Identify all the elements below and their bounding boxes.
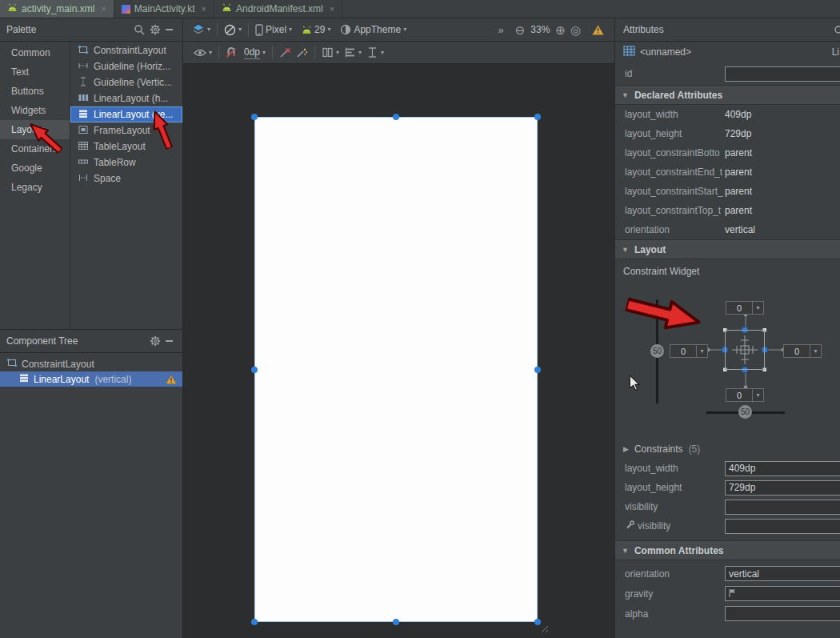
palette-item-space[interactable]: Space: [70, 171, 182, 187]
api-version-selector[interactable]: 29 ▾: [299, 22, 333, 37]
attr-row[interactable]: layout_constraintStart_parent: [615, 182, 840, 201]
attr-row[interactable]: layout_constraintBottoparent: [615, 143, 840, 163]
attr-row[interactable]: layout_constraintTop_tparent: [615, 201, 840, 220]
selection-handle-bottom-left[interactable]: [251, 619, 258, 625]
attr-row[interactable]: layout_height729dp: [615, 124, 840, 143]
gear-icon[interactable]: [147, 22, 163, 37]
palette-category-buttons[interactable]: Buttons: [0, 82, 70, 101]
editor-tab-bar: activity_main.xml × MainActivity.kt × An…: [0, 0, 840, 18]
tab-close-icon[interactable]: ×: [202, 5, 206, 14]
design-surface[interactable]: [183, 64, 614, 638]
selection-handle-bottom-right[interactable]: [534, 619, 541, 625]
palette-item-linearlayout-vertical[interactable]: LinearLayout (ve...: [70, 106, 182, 122]
margin-right-combo[interactable]: 0 ▾: [783, 344, 822, 358]
palette-item-tablerow[interactable]: TableRow: [70, 154, 182, 171]
tab-close-icon[interactable]: ×: [101, 5, 106, 14]
palette-category-common[interactable]: Common: [0, 43, 70, 62]
design-surface-mode-button[interactable]: ▾: [190, 22, 213, 37]
palette-item-tablelayout[interactable]: TableLayout: [70, 138, 182, 154]
palette-item-guideline-vertical[interactable]: Guideline (Vertic...: [70, 74, 182, 90]
vertical-bias-value[interactable]: 50: [650, 344, 664, 358]
selection-handle-bottom-center[interactable]: [393, 619, 399, 625]
attr-row: layout_height: [615, 478, 840, 497]
palette-category-widgets[interactable]: Widgets: [0, 101, 70, 120]
guidelines-button[interactable]: ▾: [364, 45, 386, 60]
minimize-icon[interactable]: [163, 24, 176, 35]
constraint-widget-box[interactable]: [725, 330, 765, 370]
section-declared-attributes[interactable]: ▼ Declared Attributes: [615, 85, 840, 105]
visibility-input[interactable]: [725, 500, 840, 515]
view-options-button[interactable]: ▾: [191, 47, 214, 58]
align-button[interactable]: ▾: [342, 45, 364, 60]
selection-handle-top-center[interactable]: [393, 114, 399, 120]
zoom-out-button[interactable]: ⊖: [513, 24, 528, 36]
section-layout[interactable]: ▼ Layout: [615, 239, 840, 259]
theme-selector[interactable]: AppTheme ▾: [338, 22, 409, 37]
attr-row: orientation: [615, 564, 840, 584]
palette-item-linearlayout-horizontal[interactable]: LinearLayout (h...: [70, 90, 182, 106]
zoom-level[interactable]: 33%: [530, 24, 550, 35]
section-constraints[interactable]: ▶ Constraints (5): [615, 439, 840, 459]
palette-categories: Common Text Buttons Widgets Layouts Cont…: [0, 42, 70, 329]
palette-category-google[interactable]: Google: [0, 158, 70, 178]
warnings-errors-button[interactable]: [590, 23, 606, 37]
tab-androidmanifest-xml[interactable]: AndroidManifest.xml ×: [214, 0, 342, 18]
left-panel: Palette Common Text Buttons Widgets Layo…: [0, 18, 183, 638]
palette-category-legacy[interactable]: Legacy: [0, 178, 70, 197]
selection-handle-top-right[interactable]: [534, 114, 541, 120]
chevron-down-icon: ▾: [358, 50, 362, 56]
search-icon[interactable]: [131, 22, 147, 37]
tab-close-icon[interactable]: ×: [330, 5, 334, 14]
search-icon[interactable]: [834, 25, 840, 38]
warning-icon[interactable]: [166, 375, 177, 384]
attr-row[interactable]: layout_width409dp: [615, 105, 840, 124]
gear-icon[interactable]: [147, 334, 163, 348]
tab-activity-main-xml[interactable]: activity_main.xml ×: [0, 0, 114, 18]
alpha-input[interactable]: [725, 606, 840, 621]
selection-handle-top-left[interactable]: [251, 114, 258, 120]
horizontal-bias-value[interactable]: 50: [738, 405, 752, 419]
margin-top-combo[interactable]: 0 ▾: [726, 301, 764, 315]
all-attributes-table-icon: [623, 46, 635, 58]
device-selector[interactable]: Pixel ▾: [253, 22, 294, 38]
default-margin-button[interactable]: 0dp ▾: [242, 45, 268, 61]
palette-category-text[interactable]: Text: [0, 62, 70, 82]
tab-mainactivity-kt[interactable]: MainActivity.kt ×: [114, 0, 214, 18]
zoom-to-fit-button[interactable]: ◎: [568, 24, 583, 36]
infer-constraints-button[interactable]: [294, 45, 310, 60]
palette-category-layouts[interactable]: Layouts: [0, 120, 70, 139]
zoom-in-button[interactable]: ⊕: [553, 24, 568, 36]
palette-item-guideline-horizontal[interactable]: Guideline (Horiz...: [70, 58, 182, 74]
chevron-down-icon: ▾: [700, 348, 703, 355]
section-common-attributes[interactable]: ▼ Common Attributes: [615, 540, 840, 560]
attr-row[interactable]: orientationvertical: [615, 220, 840, 239]
margin-bottom-combo[interactable]: 0 ▾: [726, 388, 764, 402]
flag-icon[interactable]: [728, 588, 737, 600]
minimize-icon[interactable]: [163, 335, 176, 347]
selection-handle-mid-left[interactable]: [251, 367, 258, 373]
palette-item-constraintlayout[interactable]: ConstraintLayout: [70, 42, 182, 58]
constraint-widget-label: Constraint Widget: [615, 259, 840, 279]
gravity-input[interactable]: [725, 586, 840, 601]
layout-width-input[interactable]: [725, 461, 840, 476]
selected-component-row[interactable]: <unnamed> Li: [615, 42, 840, 62]
orientation-night-mode-button[interactable]: ▾: [222, 22, 244, 38]
autoconnect-toggle-button[interactable]: [223, 46, 239, 60]
palette-item-framelayout[interactable]: FrameLayout: [70, 122, 182, 138]
toolbar-overflow-chevrons[interactable]: »: [495, 25, 506, 35]
tools-visibility-input[interactable]: [725, 519, 840, 534]
canvas-resize-corner: [538, 623, 550, 634]
clear-constraints-button[interactable]: [277, 45, 294, 60]
palette-category-containers[interactable]: Containers: [0, 139, 70, 158]
device-canvas-linearlayout[interactable]: [254, 117, 538, 622]
attributes-header: Attributes: [615, 18, 840, 42]
layout-height-input[interactable]: [725, 480, 840, 496]
tree-item-linearlayout-vertical[interactable]: LinearLayout (vertical): [0, 371, 182, 387]
orientation-input[interactable]: [725, 566, 840, 581]
selection-handle-mid-right[interactable]: [534, 367, 541, 373]
attr-row[interactable]: layout_constraintEnd_tparent: [615, 163, 840, 182]
id-input[interactable]: [725, 66, 840, 82]
tree-item-constraintlayout[interactable]: ConstraintLayout: [0, 356, 182, 371]
margin-left-combo[interactable]: 0 ▾: [670, 344, 708, 358]
pack-button[interactable]: ▾: [319, 45, 342, 60]
